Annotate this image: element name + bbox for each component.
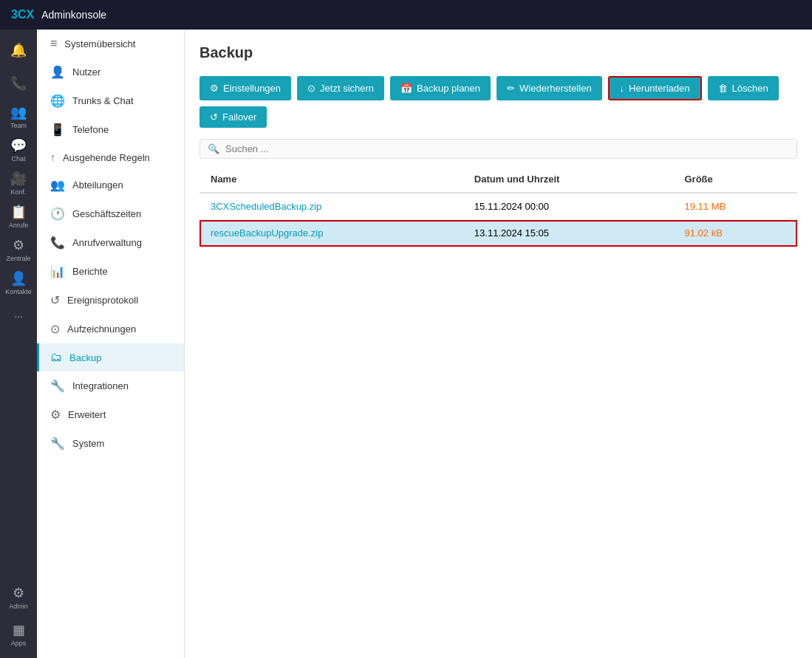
sidebar-icon-chat[interactable]: 💬 Chat	[0, 133, 37, 166]
search-bar: 🔍	[199, 139, 797, 159]
loeschen-icon: 🗑	[718, 83, 728, 94]
jetzt-sichern-button[interactable]: ⊙ Jetzt sichern	[297, 76, 384, 100]
apps-label: Apps	[11, 640, 27, 647]
geschaeftszeiten-icon: 🕐	[50, 207, 65, 221]
admin-label: Admin	[9, 603, 28, 610]
zentrale-label: Zentrale	[6, 255, 30, 262]
nav-item-erweitert[interactable]: ⚙ Erweitert	[37, 400, 184, 429]
toolbar: ⚙ Einstellungen ⊙ Jetzt sichern 📅 Backup…	[199, 76, 797, 128]
table-body: 3CXScheduledBackup.zip 15.11.2024 00:00 …	[199, 193, 797, 247]
nav-item-nutzer[interactable]: 👤 Nutzer	[37, 58, 184, 86]
berichte-icon: 📊	[50, 264, 65, 278]
admin-icon: ⚙	[13, 585, 24, 601]
wiederherstellen-button[interactable]: ✏ Wiederherstellen	[497, 76, 602, 100]
bell-icon: 🔔	[10, 42, 27, 58]
einstellungen-button[interactable]: ⚙ Einstellungen	[199, 76, 291, 100]
table-header: Name Datum und Uhrzeit Größe	[199, 166, 797, 193]
more-icon: ···	[14, 310, 23, 322]
main-content: Backup ⚙ Einstellungen ⊙ Jetzt sichern 📅…	[185, 30, 812, 658]
nav-label-trunks: Trunks & Chat	[72, 95, 134, 106]
backup-icon: 🗂	[50, 351, 62, 364]
einstellungen-icon: ⚙	[210, 83, 219, 94]
nav-item-aufzeichnungen[interactable]: ⊙ Aufzeichnungen	[37, 315, 184, 343]
nav-item-trunks[interactable]: 🌐 Trunks & Chat	[37, 86, 184, 115]
sidebar-icon-phone[interactable]: 📞	[0, 66, 37, 100]
nav-label-telefone: Telefone	[72, 124, 109, 135]
row1-groesse: 19.11 MB	[673, 193, 797, 220]
ereignisprotokoll-icon: ↺	[50, 293, 60, 307]
col-name: Name	[199, 166, 463, 193]
sidebar-icon-bell[interactable]: 🔔	[0, 33, 37, 66]
row2-groesse-value: 91.02 kB	[684, 227, 722, 239]
jetzt-sichern-icon: ⊙	[307, 83, 315, 94]
row2-name-link[interactable]: rescueBackupUpgrade.zip	[211, 227, 323, 239]
nav-item-berichte[interactable]: 📊 Berichte	[37, 257, 184, 286]
backup-table: Name Datum und Uhrzeit Größe 3CXSchedule…	[199, 166, 797, 247]
search-icon: 🔍	[208, 143, 219, 154]
nav-item-anrufverwaltung[interactable]: 📞 Anrufverwaltung	[37, 228, 184, 257]
table-wrapper: Name Datum und Uhrzeit Größe 3CXSchedule…	[199, 166, 797, 247]
nav-label-berichte: Berichte	[72, 266, 108, 277]
row1-groesse-value: 19.11 MB	[684, 201, 726, 212]
backup-planen-label: Backup planen	[417, 83, 480, 94]
nav-item-ausgehende[interactable]: ↑ Ausgehende Regeln	[37, 144, 184, 171]
phone-circle-icon: 📞	[10, 75, 27, 92]
search-input[interactable]	[225, 143, 789, 154]
sidebar-icon-kontakte[interactable]: 👤 Kontakte	[0, 266, 37, 299]
app-title: Adminkonsole	[41, 9, 106, 21]
icon-sidebar: 🔔 📞 👥 Team 💬 Chat 🎥 Konf. 📋 Anrufe ⚙ Zen…	[0, 30, 37, 658]
nav-item-ereignisprotokoll[interactable]: ↺ Ereignisprotokoll	[37, 286, 184, 315]
row1-datum: 15.11.2024 00:00	[463, 193, 674, 220]
wiederherstellen-label: Wiederherstellen	[519, 83, 592, 94]
herunterladen-button[interactable]: ↓ Herunterladen	[608, 76, 702, 100]
herunterladen-label: Herunterladen	[629, 83, 689, 94]
sidebar-icon-konf[interactable]: 🎥 Konf.	[0, 166, 37, 199]
einstellungen-label: Einstellungen	[223, 83, 281, 94]
nav-label-ereignisprotokoll: Ereignisprotokoll	[67, 295, 138, 306]
row1-name-link[interactable]: 3CXScheduledBackup.zip	[211, 201, 321, 212]
table-row[interactable]: 3CXScheduledBackup.zip 15.11.2024 00:00 …	[199, 193, 797, 220]
wiederherstellen-icon: ✏	[507, 83, 515, 94]
nav-label-ausgehende: Ausgehende Regeln	[63, 152, 150, 163]
zentrale-icon: ⚙	[13, 237, 24, 253]
sidebar-icon-more[interactable]: ···	[0, 299, 37, 332]
failover-icon: ↺	[210, 112, 218, 123]
backup-planen-icon: 📅	[400, 83, 412, 94]
sidebar-icon-admin[interactable]: ⚙ Admin	[0, 580, 37, 614]
sidebar-icon-anrufe[interactable]: 📋 Anrufe	[0, 199, 37, 233]
nav-label-aufzeichnungen: Aufzeichnungen	[67, 323, 136, 335]
sidebar-icon-apps[interactable]: ▦ Apps	[0, 617, 37, 651]
row2-name: rescueBackupUpgrade.zip	[199, 220, 463, 247]
anrufe-label: Anrufe	[9, 222, 29, 229]
kontakte-icon: 👤	[10, 270, 27, 287]
nav-item-geschaeftszeiten[interactable]: 🕐 Geschäftszeiten	[37, 199, 184, 228]
konf-label: Konf.	[10, 188, 26, 196]
loeschen-label: Löschen	[732, 83, 768, 94]
jetzt-sichern-label: Jetzt sichern	[320, 83, 374, 94]
nav-item-systemuebersicht[interactable]: ≡ Systemübersicht	[37, 30, 184, 58]
nav-label-abteilungen: Abteilungen	[72, 179, 123, 191]
chat-icon: 💬	[10, 137, 27, 154]
col-groesse: Größe	[673, 166, 797, 193]
nav-item-integrationen[interactable]: 🔧 Integrationen	[37, 371, 184, 400]
sidebar-icon-team[interactable]: 👥 Team	[0, 100, 37, 133]
nutzer-icon: 👤	[50, 65, 65, 79]
nav-label-systemuebersicht: Systemübersicht	[64, 38, 135, 49]
nav-label-erweitert: Erweitert	[68, 409, 106, 420]
integrationen-icon: 🔧	[50, 379, 65, 393]
systemuebersicht-icon: ≡	[50, 37, 57, 50]
table-row[interactable]: rescueBackupUpgrade.zip 13.11.2024 15:05…	[199, 220, 797, 247]
nav-item-telefone[interactable]: 📱 Telefone	[37, 115, 184, 144]
chat-label: Chat	[11, 155, 25, 162]
nav-item-abteilungen[interactable]: 👥 Abteilungen	[37, 171, 184, 199]
backup-planen-button[interactable]: 📅 Backup planen	[390, 76, 491, 100]
nav-label-geschaeftszeiten: Geschäftszeiten	[72, 208, 141, 219]
nav-item-backup[interactable]: 🗂 Backup	[37, 343, 184, 371]
trunks-icon: 🌐	[50, 94, 65, 108]
sidebar-icon-zentrale[interactable]: ⚙ Zentrale	[0, 233, 37, 266]
nav-item-system[interactable]: 🔧 System	[37, 429, 184, 458]
failover-button[interactable]: ↺ Failover	[199, 106, 267, 128]
topbar: 3CX Adminkonsole	[0, 0, 812, 30]
loeschen-button[interactable]: 🗑 Löschen	[708, 76, 779, 100]
ausgehende-icon: ↑	[50, 151, 55, 163]
